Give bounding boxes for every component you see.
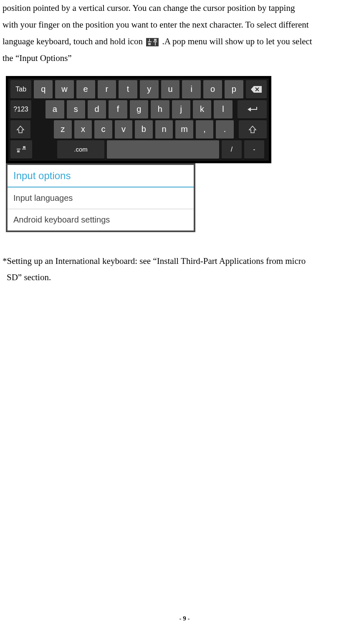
svg-rect-13 <box>22 149 26 149</box>
key-shift-left[interactable] <box>10 120 30 139</box>
key-d[interactable]: d <box>88 100 106 119</box>
key-f[interactable]: f <box>109 100 127 119</box>
input-options-popup: Input options Input languages Android ke… <box>6 163 195 232</box>
key-l[interactable]: l <box>214 100 232 119</box>
key-h[interactable]: h <box>151 100 169 119</box>
para-line-4: the “Input Options” <box>3 53 72 63</box>
key-b[interactable]: b <box>135 120 153 139</box>
footnote-line-1: *Setting up an International keyboard: s… <box>3 256 306 266</box>
key-i[interactable]: i <box>182 80 201 99</box>
svg-rect-15 <box>23 146 25 148</box>
key-tab[interactable]: Tab <box>10 80 31 99</box>
para-line-2: with your finger on the position you wan… <box>3 20 309 30</box>
para-line-1: position pointed by a vertical cursor. Y… <box>3 3 295 13</box>
key-slash[interactable]: / <box>222 140 242 159</box>
svg-marker-10 <box>17 126 24 133</box>
key-q[interactable]: q <box>34 80 53 99</box>
key-j[interactable]: j <box>172 100 190 119</box>
key-p[interactable]: p <box>225 80 243 99</box>
svg-rect-12 <box>17 149 20 149</box>
key-k[interactable]: k <box>193 100 211 119</box>
key-c[interactable]: c <box>94 120 112 139</box>
key-o[interactable]: o <box>203 80 222 99</box>
popup-item-input-languages[interactable]: Input languages <box>8 187 194 209</box>
svg-marker-11 <box>249 126 256 133</box>
key-shift-right[interactable] <box>239 120 267 139</box>
key-s[interactable]: s <box>67 100 85 119</box>
key-dash[interactable]: - <box>244 140 264 159</box>
key-x[interactable]: x <box>74 120 92 139</box>
key-input-options[interactable] <box>10 140 32 159</box>
input-options-icon <box>146 38 159 46</box>
para-line-3a: language keyboard, touch and hold icon <box>3 36 145 46</box>
key-period[interactable]: . <box>216 120 234 139</box>
footnote-line-2: SD” section. <box>3 272 51 282</box>
key-u[interactable]: u <box>161 80 180 99</box>
key-g[interactable]: g <box>130 100 148 119</box>
key-r[interactable]: r <box>98 80 116 99</box>
key-y[interactable]: y <box>140 80 159 99</box>
svg-rect-0 <box>148 41 152 42</box>
key-symbols[interactable]: ?123 <box>10 100 31 119</box>
svg-rect-4 <box>148 43 151 45</box>
svg-rect-14 <box>17 150 20 152</box>
footnote-text: *Setting up an International keyboard: s… <box>3 253 361 286</box>
svg-rect-1 <box>153 41 157 42</box>
key-t[interactable]: t <box>119 80 137 99</box>
svg-marker-9 <box>248 107 251 111</box>
key-backspace[interactable] <box>246 80 267 99</box>
key-comma[interactable]: , <box>196 120 214 139</box>
svg-marker-6 <box>251 86 262 93</box>
svg-rect-5 <box>154 39 157 41</box>
popup-header: Input options <box>8 165 194 187</box>
key-n[interactable]: n <box>155 120 173 139</box>
key-z[interactable]: z <box>54 120 72 139</box>
popup-item-keyboard-settings[interactable]: Android keyboard settings <box>8 209 194 230</box>
key-v[interactable]: v <box>115 120 133 139</box>
key-a[interactable]: a <box>46 100 64 119</box>
key-enter[interactable] <box>238 100 267 119</box>
para-line-3b: .A pop menu will show up to let you sele… <box>162 36 312 46</box>
paragraph-continuation: position pointed by a vertical cursor. Y… <box>3 0 361 67</box>
page-number: - 9 - <box>3 615 364 622</box>
key-e[interactable]: e <box>76 80 95 99</box>
key-dotcom[interactable]: .com <box>57 140 104 159</box>
keyboard-figure: Tab q w e r t y u i o p ?123 a s d f g h… <box>6 76 271 163</box>
key-w[interactable]: w <box>55 80 74 99</box>
key-space[interactable] <box>107 140 219 159</box>
key-m[interactable]: m <box>175 120 193 139</box>
